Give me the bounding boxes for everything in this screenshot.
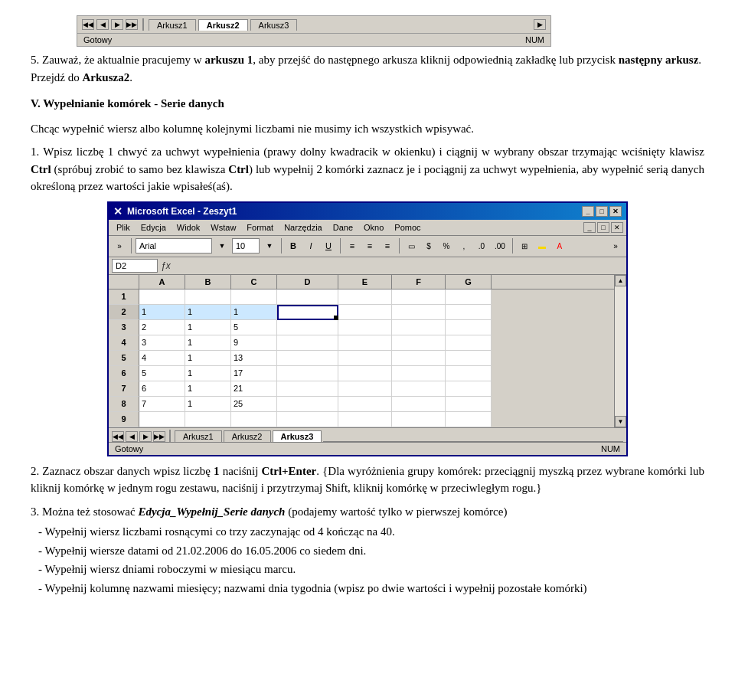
menu-pomoc[interactable]: Pomoc bbox=[390, 221, 425, 234]
cell-a1[interactable] bbox=[139, 289, 185, 305]
cell-b6[interactable]: 1 bbox=[185, 366, 231, 381]
menu-narzedzia[interactable]: Narzędzia bbox=[279, 221, 327, 234]
cell-g7[interactable] bbox=[446, 381, 492, 397]
dec-increase-btn[interactable]: .0 bbox=[474, 238, 489, 254]
cell-c9[interactable] bbox=[231, 412, 277, 427]
cell-c3[interactable]: 5 bbox=[231, 320, 277, 335]
scroll-up-btn[interactable]: ▲ bbox=[615, 275, 626, 286]
cell-f2[interactable] bbox=[392, 305, 446, 320]
name-box[interactable] bbox=[112, 259, 158, 273]
cell-d7[interactable] bbox=[277, 381, 338, 397]
app-restore-btn[interactable]: □ bbox=[597, 222, 609, 233]
cell-g5[interactable] bbox=[446, 351, 492, 366]
font-name-dropdown-btn[interactable]: ▼ bbox=[214, 238, 230, 254]
cell-e5[interactable] bbox=[338, 351, 392, 366]
cell-e8[interactable] bbox=[338, 397, 392, 412]
sheet-tab-arkusz2[interactable]: Arkusz2 bbox=[224, 430, 271, 442]
cell-a9[interactable] bbox=[139, 412, 185, 427]
font-size-input[interactable] bbox=[232, 238, 260, 254]
sheet-nav-next[interactable]: ▶ bbox=[139, 431, 152, 442]
cell-a4[interactable]: 3 bbox=[139, 335, 185, 351]
minimize-btn[interactable]: _ bbox=[582, 206, 594, 217]
cell-d6[interactable] bbox=[277, 366, 338, 381]
italic-btn[interactable]: I bbox=[303, 238, 318, 254]
align-center-btn[interactable]: ≡ bbox=[362, 238, 377, 254]
merge-btn[interactable]: ▭ bbox=[403, 238, 419, 254]
menu-wstaw[interactable]: Wstaw bbox=[206, 221, 240, 234]
sheet-nav-next-next[interactable]: ▶▶ bbox=[153, 431, 165, 442]
comma-btn[interactable]: , bbox=[456, 238, 472, 254]
cell-b1[interactable] bbox=[185, 289, 231, 305]
cell-e1[interactable] bbox=[338, 289, 392, 305]
menu-widok[interactable]: Widok bbox=[172, 221, 205, 234]
cell-a2[interactable]: 1 bbox=[139, 305, 185, 320]
sheet-nav-prev-prev[interactable]: ◀◀ bbox=[112, 431, 124, 442]
scroll-down-btn[interactable]: ▼ bbox=[615, 416, 626, 427]
sheet-nav-prev[interactable]: ◀ bbox=[126, 431, 138, 442]
cell-c6[interactable]: 17 bbox=[231, 366, 277, 381]
bold-btn[interactable]: B bbox=[286, 238, 301, 254]
cell-c1[interactable] bbox=[231, 289, 277, 305]
currency-btn[interactable]: $ bbox=[421, 238, 436, 254]
app-close-btn[interactable]: ✕ bbox=[611, 222, 623, 233]
border-btn[interactable]: ⊞ bbox=[517, 238, 532, 254]
cell-f8[interactable] bbox=[392, 397, 446, 412]
cell-f6[interactable] bbox=[392, 366, 446, 381]
cell-d5[interactable] bbox=[277, 351, 338, 366]
cell-b2[interactable]: 1 bbox=[185, 305, 231, 320]
sheet-tab-arkusz1-top[interactable]: Arkusz1 bbox=[149, 19, 196, 31]
font-color-btn[interactable]: A bbox=[552, 238, 567, 254]
cell-a8[interactable]: 7 bbox=[139, 397, 185, 412]
sheet-tab-arkusz2-top[interactable]: Arkusz2 bbox=[198, 19, 248, 31]
cell-g9[interactable] bbox=[446, 412, 492, 427]
toolbar-expand-btn[interactable]: » bbox=[112, 238, 127, 254]
cell-g1[interactable] bbox=[446, 289, 492, 305]
cell-g4[interactable] bbox=[446, 335, 492, 351]
cell-f9[interactable] bbox=[392, 412, 446, 427]
sheet-tab-arkusz3-top[interactable]: Arkusz3 bbox=[250, 19, 298, 31]
cell-c2[interactable]: 1 bbox=[231, 305, 277, 320]
cell-a6[interactable]: 5 bbox=[139, 366, 185, 381]
nav-prev-prev-btn[interactable]: ◀◀ bbox=[82, 19, 94, 30]
cell-e7[interactable] bbox=[338, 381, 392, 397]
align-right-btn[interactable]: ≡ bbox=[380, 238, 395, 254]
menu-plik[interactable]: Plik bbox=[112, 221, 135, 234]
vertical-scrollbar[interactable]: ▲ ▼ bbox=[614, 275, 626, 427]
fill-color-btn[interactable]: ▬ bbox=[534, 238, 550, 254]
cell-d2[interactable] bbox=[277, 305, 338, 320]
menu-okno[interactable]: Okno bbox=[359, 221, 388, 234]
cell-a7[interactable]: 6 bbox=[139, 381, 185, 397]
fill-handle[interactable] bbox=[334, 316, 338, 320]
formula-input[interactable] bbox=[174, 259, 623, 273]
cell-d8[interactable] bbox=[277, 397, 338, 412]
cell-d9[interactable] bbox=[277, 412, 338, 427]
cell-e6[interactable] bbox=[338, 366, 392, 381]
cell-b8[interactable]: 1 bbox=[185, 397, 231, 412]
cell-d1[interactable] bbox=[277, 289, 338, 305]
percent-btn[interactable]: % bbox=[439, 238, 454, 254]
cell-b3[interactable]: 1 bbox=[185, 320, 231, 335]
cell-e9[interactable] bbox=[338, 412, 392, 427]
cell-c5[interactable]: 13 bbox=[231, 351, 277, 366]
scroll-right-top[interactable]: ▶ bbox=[534, 19, 546, 30]
maximize-btn[interactable]: □ bbox=[596, 206, 608, 217]
underline-btn[interactable]: U bbox=[321, 238, 336, 254]
align-left-btn[interactable]: ≡ bbox=[345, 238, 360, 254]
font-name-input[interactable] bbox=[136, 238, 212, 254]
cell-f1[interactable] bbox=[392, 289, 446, 305]
cell-e3[interactable] bbox=[338, 320, 392, 335]
toolbar-expand-right-btn[interactable]: » bbox=[608, 238, 623, 254]
menu-edycja[interactable]: Edycja bbox=[136, 221, 171, 234]
cell-e2[interactable] bbox=[338, 305, 392, 320]
cell-d3[interactable] bbox=[277, 320, 338, 335]
cell-b5[interactable]: 1 bbox=[185, 351, 231, 366]
nav-next-next-btn[interactable]: ▶▶ bbox=[126, 19, 138, 30]
cell-a3[interactable]: 2 bbox=[139, 320, 185, 335]
cell-c7[interactable]: 21 bbox=[231, 381, 277, 397]
cell-c8[interactable]: 25 bbox=[231, 397, 277, 412]
sheet-tab-arkusz1[interactable]: Arkusz1 bbox=[175, 430, 222, 442]
cell-g6[interactable] bbox=[446, 366, 492, 381]
cell-a5[interactable]: 4 bbox=[139, 351, 185, 366]
nav-prev-btn[interactable]: ◀ bbox=[96, 19, 109, 30]
cell-b7[interactable]: 1 bbox=[185, 381, 231, 397]
